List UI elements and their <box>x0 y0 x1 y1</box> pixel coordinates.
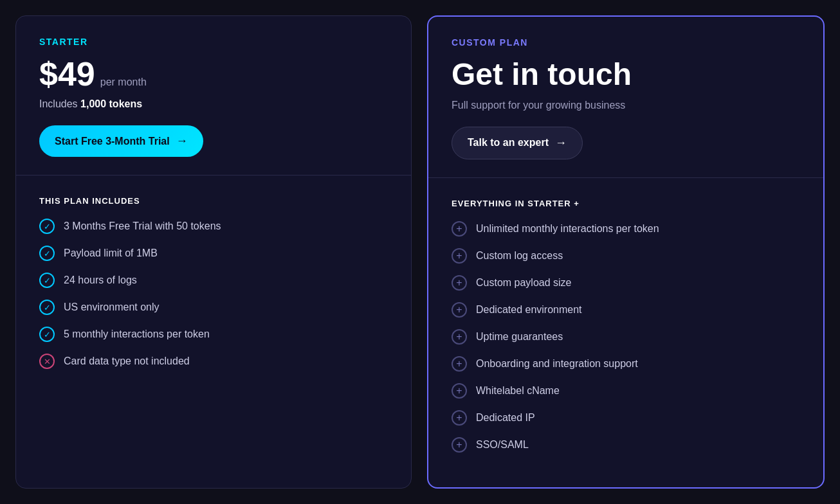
list-item: ✓ US environment only <box>39 300 388 315</box>
plus-icon: + <box>452 356 467 372</box>
feature-text: Dedicated IP <box>476 412 535 424</box>
trial-arrow-icon: → <box>176 134 188 148</box>
check-icon: ✓ <box>39 300 55 315</box>
expert-button[interactable]: Talk to an expert → <box>452 127 583 159</box>
feature-text: Card data type not included <box>64 356 190 367</box>
list-item: ✓ Payload limit of 1MB <box>39 246 388 261</box>
feature-text: US environment only <box>64 302 160 313</box>
plus-icon: + <box>452 248 467 264</box>
plus-icon: + <box>452 410 467 426</box>
check-icon: ✓ <box>39 273 55 288</box>
feature-text: 3 Months Free Trial with 50 tokens <box>64 221 221 232</box>
check-icon: ✓ <box>39 246 55 261</box>
starter-card-bottom: THIS PLAN INCLUDES ✓ 3 Months Free Trial… <box>16 176 411 488</box>
starter-plan-label: STARTER <box>39 37 388 47</box>
custom-section-title: EVERYTHING IN STARTER + <box>452 199 800 208</box>
custom-headline: Get in touch <box>452 58 800 92</box>
list-item: + Dedicated environment <box>452 302 800 318</box>
price-period: per month <box>100 76 147 88</box>
list-item: + Custom log access <box>452 248 800 264</box>
starter-features-list: ✓ 3 Months Free Trial with 50 tokens ✓ P… <box>39 219 388 369</box>
custom-plan-label: CUSTOM PLAN <box>452 37 800 48</box>
feature-text: Onboarding and integration support <box>476 358 638 370</box>
list-item: + SSO/SAML <box>452 437 800 453</box>
check-icon: ✓ <box>39 327 55 342</box>
custom-card-top: CUSTOM PLAN Get in touch Full support fo… <box>428 17 823 178</box>
plus-icon: + <box>452 383 467 399</box>
feature-text: Payload limit of 1MB <box>64 248 158 259</box>
feature-text: Unlimited monthly interactions per token <box>476 223 659 235</box>
list-item: ✕ Card data type not included <box>39 354 388 369</box>
custom-card-bottom: EVERYTHING IN STARTER + + Unlimited mont… <box>428 178 823 487</box>
price-row: $49 per month <box>39 57 388 91</box>
feature-text: Custom log access <box>476 250 563 262</box>
plus-icon: + <box>452 275 467 291</box>
x-icon: ✕ <box>39 354 55 369</box>
trial-button[interactable]: Start Free 3-Month Trial → <box>39 125 203 157</box>
starter-section-title: THIS PLAN INCLUDES <box>39 196 388 206</box>
list-item: + Unlimited monthly interactions per tok… <box>452 221 800 237</box>
feature-text: Whitelabel cName <box>476 385 560 397</box>
price-amount: $49 <box>39 57 95 91</box>
feature-text: Dedicated environment <box>476 304 582 316</box>
custom-features-list: + Unlimited monthly interactions per tok… <box>452 221 800 453</box>
list-item: + Onboarding and integration support <box>452 356 800 372</box>
feature-text: 24 hours of logs <box>64 274 137 286</box>
plus-icon: + <box>452 329 467 345</box>
feature-text: Custom payload size <box>476 277 572 289</box>
list-item: + Dedicated IP <box>452 410 800 426</box>
custom-card: CUSTOM PLAN Get in touch Full support fo… <box>427 15 825 489</box>
pricing-page: STARTER $49 per month Includes 1,000 tok… <box>0 0 840 504</box>
list-item: + Uptime guarantees <box>452 329 800 345</box>
list-item: ✓ 3 Months Free Trial with 50 tokens <box>39 219 388 234</box>
list-item: ✓ 5 monthly interactions per token <box>39 327 388 342</box>
check-icon: ✓ <box>39 219 55 234</box>
feature-text: Uptime guarantees <box>476 331 563 343</box>
support-text: Full support for your growing business <box>452 100 800 111</box>
feature-text: SSO/SAML <box>476 439 529 451</box>
trial-button-label: Start Free 3-Month Trial <box>55 136 170 147</box>
feature-text: 5 monthly interactions per token <box>64 328 210 340</box>
plus-icon: + <box>452 221 467 237</box>
expert-button-label: Talk to an expert <box>468 137 549 148</box>
expert-arrow-icon: → <box>555 136 567 150</box>
list-item: + Whitelabel cName <box>452 383 800 399</box>
list-item: + Custom payload size <box>452 275 800 291</box>
list-item: ✓ 24 hours of logs <box>39 273 388 288</box>
plus-icon: + <box>452 302 467 318</box>
starter-card: STARTER $49 per month Includes 1,000 tok… <box>15 15 412 489</box>
plus-icon: + <box>452 437 467 453</box>
starter-card-top: STARTER $49 per month Includes 1,000 tok… <box>16 16 411 176</box>
includes-text: Includes 1,000 tokens <box>39 98 388 110</box>
